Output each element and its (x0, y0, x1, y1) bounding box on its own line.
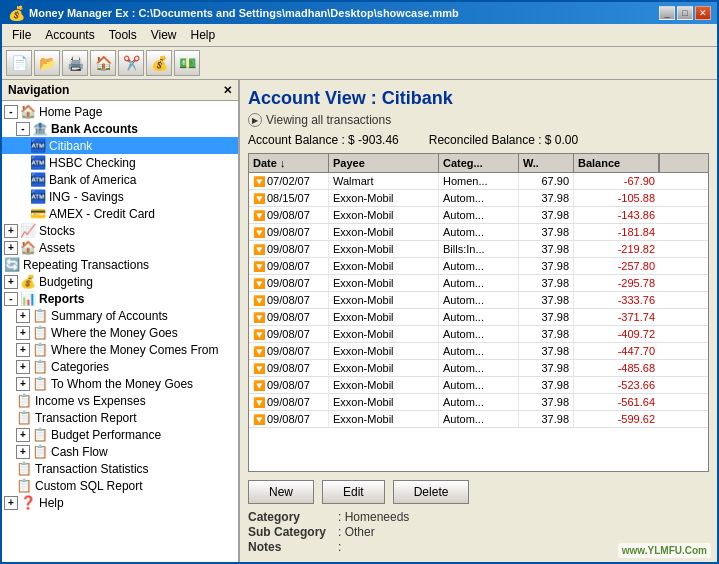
table-row[interactable]: 🔽 07/02/07WalmartHomen...67.90-67.90 (249, 173, 708, 190)
cell-category: Autom... (439, 207, 519, 223)
table-row[interactable]: 🔽 09/08/07Exxon-MobilAutom...37.98-447.7… (249, 343, 708, 360)
sidebar-item-categories[interactable]: + 📋 Categories (2, 358, 238, 375)
sidebar-item-home[interactable]: - 🏠 Home Page (2, 103, 238, 120)
expander-towhom[interactable]: + (16, 377, 30, 391)
cell-date: 🔽 09/08/07 (249, 326, 329, 342)
toolbar-cut-button[interactable]: ✂️ (118, 50, 144, 76)
sidebar-item-customsql[interactable]: 📋 Custom SQL Report (2, 477, 238, 494)
cell-w: 37.98 (519, 241, 574, 257)
sidebar-item-summary[interactable]: + 📋 Summary of Accounts (2, 307, 238, 324)
category-label: Category (248, 510, 338, 524)
main-window: 💰 Money Manager Ex : C:\Documents and Se… (0, 0, 719, 564)
table-header: Date ↓ Payee Categ... W.. Balance (249, 154, 708, 173)
toolbar-currency-button[interactable]: 💰 (146, 50, 172, 76)
table-row[interactable]: 🔽 09/08/07Exxon-MobilAutom...37.98-333.7… (249, 292, 708, 309)
cell-date: 🔽 09/08/07 (249, 207, 329, 223)
expander-stocks[interactable]: + (4, 224, 18, 238)
delete-button[interactable]: Delete (393, 480, 470, 504)
table-row[interactable]: 🔽 09/08/07Exxon-MobilAutom...37.98-561.6… (249, 394, 708, 411)
table-row[interactable]: 🔽 09/08/07Exxon-MobilAutom...37.98-599.6… (249, 411, 708, 428)
menu-accounts[interactable]: Accounts (39, 26, 100, 44)
toolbar-open-button[interactable]: 📂 (34, 50, 60, 76)
sidebar-item-label-wherefrom: Where the Money Comes From (51, 343, 218, 357)
menu-file[interactable]: File (6, 26, 37, 44)
expander-bank[interactable]: - (16, 122, 30, 136)
col-category: Categ... (439, 154, 519, 172)
table-row[interactable]: 🔽 09/08/07Exxon-MobilAutom...37.98-409.7… (249, 326, 708, 343)
sidebar-item-budgetperf[interactable]: + 📋 Budget Performance (2, 426, 238, 443)
expander-assets[interactable]: + (4, 241, 18, 255)
sidebar-item-wheregoing[interactable]: + 📋 Where the Money Goes (2, 324, 238, 341)
table-row[interactable]: 🔽 09/08/07Exxon-MobilAutom...37.98-485.6… (249, 360, 708, 377)
sidebar-item-help[interactable]: + ❓ Help (2, 494, 238, 511)
sidebar-item-reports[interactable]: - 📊 Reports (2, 290, 238, 307)
toolbar-new-button[interactable]: 📄 (6, 50, 32, 76)
reports-icon: 📊 (20, 291, 36, 306)
toolbar-print-button[interactable]: 🖨️ (62, 50, 88, 76)
sidebar-item-label-wheregoing: Where the Money Goes (51, 326, 178, 340)
menu-help[interactable]: Help (185, 26, 222, 44)
cell-balance: -409.72 (574, 326, 659, 342)
toolbar-home-button[interactable]: 🏠 (90, 50, 116, 76)
menu-view[interactable]: View (145, 26, 183, 44)
expander-budgeting[interactable]: + (4, 275, 18, 289)
table-row[interactable]: 🔽 09/08/07Exxon-MobilAutom...37.98-295.7… (249, 275, 708, 292)
sidebar-item-boa[interactable]: 🏧 Bank of America (2, 171, 238, 188)
sidebar-item-label-budgetperf: Budget Performance (51, 428, 161, 442)
cell-payee: Exxon-Mobil (329, 343, 439, 359)
expander-help[interactable]: + (4, 496, 18, 510)
subcategory-label: Sub Category (248, 525, 338, 539)
sidebar-item-towhom[interactable]: + 📋 To Whom the Money Goes (2, 375, 238, 392)
sidebar-item-txstats[interactable]: 📋 Transaction Statistics (2, 460, 238, 477)
cell-payee: Exxon-Mobil (329, 224, 439, 240)
expander-budgetperf[interactable]: + (16, 428, 30, 442)
menu-tools[interactable]: Tools (103, 26, 143, 44)
table-row[interactable]: 🔽 08/15/07Exxon-MobilAutom...37.98-105.8… (249, 190, 708, 207)
table-row[interactable]: 🔽 09/08/07Exxon-MobilAutom...37.98-143.8… (249, 207, 708, 224)
sidebar-item-budgeting[interactable]: + 💰 Budgeting (2, 273, 238, 290)
edit-button[interactable]: Edit (322, 480, 385, 504)
table-row[interactable]: 🔽 09/08/07Exxon-MobilAutom...37.98-523.6… (249, 377, 708, 394)
sidebar-item-ing[interactable]: 🏧 ING - Savings (2, 188, 238, 205)
expander-summary[interactable]: + (16, 309, 30, 323)
customsql-icon: 📋 (16, 478, 32, 493)
expander-home[interactable]: - (4, 105, 18, 119)
expander-cashflow[interactable]: + (16, 445, 30, 459)
table-body[interactable]: 🔽 07/02/07WalmartHomen...67.90-67.90🔽 08… (249, 173, 708, 471)
sidebar-item-assets[interactable]: + 🏠 Assets (2, 239, 238, 256)
sidebar-item-label-txreport: Transaction Report (35, 411, 137, 425)
sidebar-item-repeating[interactable]: 🔄 Repeating Transactions (2, 256, 238, 273)
sidebar-item-bank-accounts[interactable]: - 🏦 Bank Accounts (2, 120, 238, 137)
sidebar-item-hsbc[interactable]: 🏧 HSBC Checking (2, 154, 238, 171)
cell-category: Autom... (439, 411, 519, 427)
sidebar-item-cashflow[interactable]: + 📋 Cash Flow (2, 443, 238, 460)
maximize-button[interactable]: □ (677, 6, 693, 20)
expander-categories[interactable]: + (16, 360, 30, 374)
close-button[interactable]: ✕ (695, 6, 711, 20)
table-row[interactable]: 🔽 09/08/07Exxon-MobilBills:In...37.98-21… (249, 241, 708, 258)
cell-date: 🔽 09/08/07 (249, 343, 329, 359)
sidebar-item-wherefrom[interactable]: + 📋 Where the Money Comes From (2, 341, 238, 358)
table-row[interactable]: 🔽 09/08/07Exxon-MobilAutom...37.98-181.8… (249, 224, 708, 241)
nav-close-button[interactable]: ✕ (223, 84, 232, 97)
expander-reports[interactable]: - (4, 292, 18, 306)
expander-wheregoing[interactable]: + (16, 326, 30, 340)
toolbar-money-button[interactable]: 💵 (174, 50, 200, 76)
new-button[interactable]: New (248, 480, 314, 504)
date-icon: 🔽 (253, 176, 265, 187)
cell-w: 37.98 (519, 326, 574, 342)
budgetperf-icon: 📋 (32, 427, 48, 442)
table-row[interactable]: 🔽 09/08/07Exxon-MobilAutom...37.98-257.8… (249, 258, 708, 275)
cell-category: Autom... (439, 224, 519, 240)
expander-wherefrom[interactable]: + (16, 343, 30, 357)
sidebar-item-stocks[interactable]: + 📈 Stocks (2, 222, 238, 239)
sidebar-item-citibank[interactable]: 🏧 Citibank (2, 137, 238, 154)
sidebar-item-incomevsexp[interactable]: 📋 Income vs Expenses (2, 392, 238, 409)
sidebar-item-txreport[interactable]: 📋 Transaction Report (2, 409, 238, 426)
table-row[interactable]: 🔽 09/08/07Exxon-MobilAutom...37.98-371.7… (249, 309, 708, 326)
date-icon: 🔽 (253, 244, 265, 255)
cell-date: 🔽 09/08/07 (249, 258, 329, 274)
cell-balance: -105.88 (574, 190, 659, 206)
sidebar-item-amex[interactable]: 💳 AMEX - Credit Card (2, 205, 238, 222)
minimize-button[interactable]: _ (659, 6, 675, 20)
